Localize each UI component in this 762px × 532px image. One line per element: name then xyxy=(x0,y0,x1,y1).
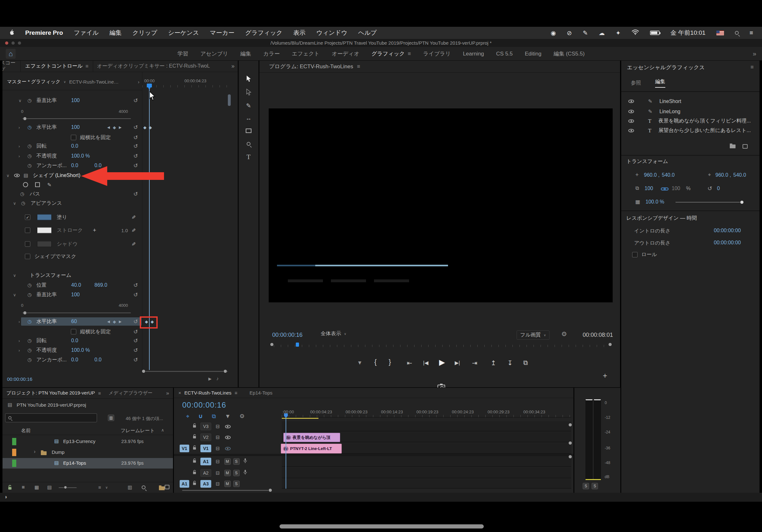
direct-selection-tool[interactable] xyxy=(246,89,252,97)
project-row-ep13[interactable]: ▤ Ep13-Currency 23.976 fps xyxy=(3,436,173,447)
minimize-window-button[interactable] xyxy=(12,41,15,45)
uniform-scale-checkbox[interactable] xyxy=(71,329,76,335)
rectangle-tool-icon[interactable] xyxy=(35,182,40,187)
twirl-icon[interactable]: › xyxy=(19,319,20,324)
track-settings-icon[interactable]: ⊟ xyxy=(216,445,220,451)
tab-sequence-2[interactable]: Ep14-Tops xyxy=(250,390,272,395)
group-row-transform[interactable]: ∨ トランスフォーム xyxy=(3,271,142,280)
audio-note-icon[interactable]: ♪ xyxy=(216,376,219,381)
horizontal-scale-value[interactable]: 100 xyxy=(71,124,80,130)
opacity-slider-handle[interactable] xyxy=(740,200,744,204)
opacity-slider[interactable] xyxy=(675,202,743,203)
outro-length-value[interactable]: 00:00:00:00 xyxy=(714,240,741,245)
screen-record-icon[interactable]: ◉ xyxy=(551,29,556,37)
reset-icon[interactable]: ↺ xyxy=(133,357,138,363)
panel-overflow-icon[interactable]: » xyxy=(228,63,238,70)
go-to-in-button[interactable]: ⇤ xyxy=(407,359,412,367)
menu-window[interactable]: ウィンドウ xyxy=(316,29,347,37)
workspace-tab-editing-en[interactable]: Editing xyxy=(525,51,542,57)
timeline-timecode[interactable]: 00:00:00:16 xyxy=(182,401,226,410)
twirl-icon[interactable]: › xyxy=(19,154,20,159)
anchor-x-value[interactable]: 960.0 , xyxy=(716,172,731,178)
align-tool[interactable]: ↔ xyxy=(246,115,252,122)
workspace-tab-graphics-active[interactable]: グラフィック≡ xyxy=(371,50,411,57)
anchor-x-value[interactable]: 0.0 xyxy=(71,357,78,363)
visibility-eye-icon[interactable] xyxy=(628,100,634,103)
workspace-tab-cs55[interactable]: CS 5.5 xyxy=(496,51,513,57)
scrub-handle-right[interactable] xyxy=(608,343,612,346)
spotlight-search-icon[interactable] xyxy=(735,31,739,35)
next-keyframe-icon[interactable]: ▶ xyxy=(119,125,121,129)
step-back-button[interactable]: |◀ xyxy=(423,360,428,366)
source-patch-v1[interactable]: V1 xyxy=(180,445,189,452)
ec-vertical-scrollbar[interactable] xyxy=(228,95,231,106)
stroke-width-value[interactable]: 1.0 xyxy=(121,228,128,233)
zoom-window-button[interactable] xyxy=(18,41,21,45)
label-color-swatch[interactable] xyxy=(12,460,16,467)
ellipse-tool-icon[interactable] xyxy=(23,182,28,187)
scale-slider-handle[interactable] xyxy=(23,117,27,120)
stopwatch-icon[interactable]: ◷ xyxy=(28,153,32,159)
timeline-clip-v2[interactable]: fx 夜景を眺めながら頂 xyxy=(283,433,340,442)
scale-slider[interactable] xyxy=(22,118,131,119)
tab-effect-controls[interactable]: エフェクトコントロール≡ xyxy=(21,61,93,72)
panel-menu-icon[interactable]: ≡ xyxy=(98,390,101,396)
timeline-vscroll-handle[interactable] xyxy=(568,455,572,459)
panel-menu-icon[interactable]: ≡ xyxy=(357,63,360,70)
voiceover-mic-icon[interactable] xyxy=(244,470,247,476)
reset-icon[interactable]: ↺ xyxy=(133,153,138,160)
utility-brush-icon[interactable]: ✎ xyxy=(583,29,588,37)
panel-overflow-icon[interactable]: » xyxy=(166,390,169,396)
column-header-name[interactable]: 名前 xyxy=(21,428,31,434)
reset-icon[interactable]: ↺ xyxy=(133,337,138,344)
project-row-dump[interactable]: › Dump xyxy=(3,447,173,458)
reset-icon[interactable]: ↺ xyxy=(133,97,138,104)
source-patch-a1[interactable]: A1 xyxy=(180,480,189,488)
workspace-tab-learning-jp[interactable]: 学習 xyxy=(178,50,188,57)
track-row-v3[interactable]: V3 ⊟ xyxy=(174,421,573,432)
timeline-hscrollbar[interactable] xyxy=(182,490,271,491)
wifi-icon[interactable] xyxy=(632,29,639,37)
position-y-value[interactable]: 869.0 xyxy=(95,282,107,288)
sort-icon[interactable]: ≡ xyxy=(98,485,101,490)
tab-browse[interactable]: 参照 xyxy=(631,80,641,87)
position-y-value[interactable]: 540.0 xyxy=(662,172,675,178)
track-lock-icon[interactable] xyxy=(192,481,196,487)
tab-media-browser[interactable]: メディアブラウザー xyxy=(109,390,153,396)
timeline-vscroll-handle[interactable] xyxy=(568,423,572,427)
ec-timecode[interactable]: 00:00:00:16 xyxy=(7,376,32,382)
vertical-scale-value[interactable]: 100 xyxy=(71,292,80,298)
label-color-swatch[interactable] xyxy=(12,438,16,445)
opacity-value[interactable]: 100.0 % xyxy=(71,347,90,353)
scale-value[interactable]: 100 xyxy=(645,186,653,191)
workspace-tab-effects[interactable]: エフェクト xyxy=(292,50,320,57)
track-badge-a3[interactable]: A3 xyxy=(200,480,211,488)
track-badge-v1[interactable]: V1 xyxy=(200,445,211,452)
keyframe-icon[interactable]: ◆ xyxy=(149,125,152,130)
new-item-icon[interactable] xyxy=(165,485,170,489)
stroke-checkbox[interactable] xyxy=(25,228,30,233)
reset-icon[interactable]: ↺ xyxy=(133,134,138,141)
list-view-icon[interactable]: ≡ xyxy=(22,485,25,490)
timeline-clip-v1[interactable]: fx PTNYT-2 Line-Left-LT xyxy=(281,444,342,453)
add-marker-icon[interactable]: ▼ xyxy=(225,413,231,420)
workspace-tab-assembly[interactable]: アセンブリ xyxy=(200,50,228,57)
go-to-out-button[interactable]: ⇥ xyxy=(472,359,477,367)
step-forward-button[interactable]: ▶| xyxy=(455,360,460,366)
track-settings-icon[interactable]: ⊟ xyxy=(216,459,220,464)
twirl-icon[interactable]: ∨ xyxy=(6,173,10,178)
new-layer-icon[interactable] xyxy=(742,144,748,149)
thumbnail-zoom-slider[interactable] xyxy=(59,487,77,488)
stopwatch-icon[interactable]: ◷ xyxy=(28,347,32,353)
reset-icon[interactable]: ↺ xyxy=(133,191,138,197)
creative-cloud-icon[interactable]: ☁ xyxy=(599,29,605,37)
rotation-value[interactable]: 0.0 xyxy=(71,338,78,344)
solo-left-button[interactable]: S xyxy=(583,483,589,489)
program-playhead[interactable] xyxy=(296,343,299,347)
play-button[interactable]: ▶ xyxy=(439,358,445,367)
tab-audio-clip-mixer[interactable]: オーディオクリップミキサー : ECTV-Rush-TwoL xyxy=(93,63,228,70)
workspace-menu-icon[interactable]: ≡ xyxy=(408,51,411,57)
track-row-a1[interactable]: A1 ⊟ M S xyxy=(174,456,573,467)
link-scale-icon[interactable] xyxy=(661,187,668,192)
rectangle-tool[interactable] xyxy=(246,128,252,135)
